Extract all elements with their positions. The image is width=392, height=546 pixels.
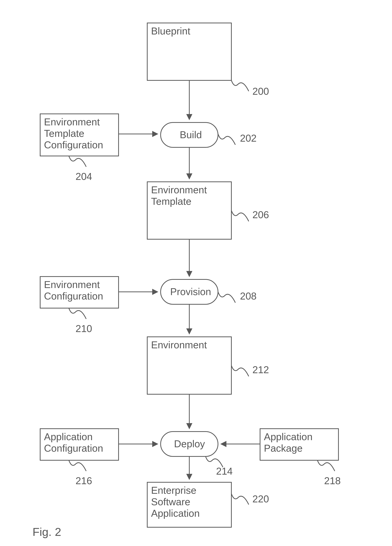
node-provision-label: Provision — [170, 286, 211, 297]
ref-206: 206 — [253, 209, 269, 220]
node-deploy: Deploy 214 — [161, 432, 233, 477]
node-app-config: Application Configuration 216 — [40, 429, 119, 486]
node-build: Build 202 — [161, 123, 257, 147]
node-deploy-label: Deploy — [174, 438, 205, 449]
node-app-package: Application Package 218 — [260, 429, 341, 486]
ref-216: 216 — [76, 475, 92, 486]
ref-218: 218 — [324, 475, 341, 486]
node-build-label: Build — [180, 129, 202, 140]
ref-202: 202 — [240, 133, 257, 144]
ref-210: 210 — [76, 323, 92, 334]
ref-220: 220 — [253, 493, 269, 504]
node-blueprint: Blueprint 200 — [147, 23, 269, 97]
ref-200: 200 — [253, 86, 269, 97]
node-env-config: Environment Configuration 210 — [40, 277, 119, 334]
ref-212: 212 — [253, 364, 269, 375]
node-environment-label: Environment — [151, 339, 207, 351]
node-ent-sw-app-label: Enterprise Software Application — [151, 485, 200, 519]
node-env-template: Environment Template 206 — [147, 182, 269, 239]
node-blueprint-label: Blueprint — [151, 26, 190, 37]
figure-label: Fig. 2 — [32, 526, 61, 538]
ref-208: 208 — [240, 291, 257, 302]
ref-214: 214 — [216, 466, 233, 477]
diagram-canvas: Blueprint 200 Environment Template Confi… — [0, 0, 392, 546]
node-environment: Environment 212 — [147, 337, 269, 394]
node-provision: Provision 208 — [161, 280, 257, 304]
ref-204: 204 — [76, 171, 92, 182]
node-env-tmpl-config: Environment Template Configuration 204 — [40, 114, 119, 182]
node-ent-sw-app: Enterprise Software Application 220 — [147, 482, 269, 527]
